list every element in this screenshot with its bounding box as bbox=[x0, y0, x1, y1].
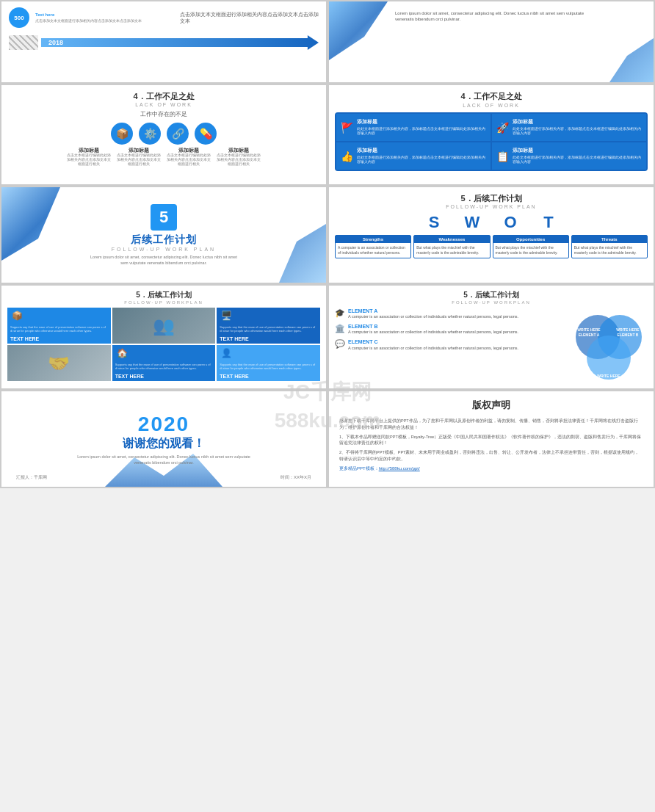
cell-3: 👍 添加标题 此处文本框面进行添加相关内容，添加标题点击文本框进行编辑此处添加相… bbox=[336, 142, 491, 170]
slide9-lorem: Lorem ipsum dolor sit amet, consectetur … bbox=[72, 454, 256, 465]
slide10-para1: 感谢您下载千库网平台上提供的PPT作品，为了您和千库网以及原创作者的利益，请勿复… bbox=[339, 418, 643, 431]
swot-header-1: Strengths bbox=[336, 236, 410, 243]
swot-t: T bbox=[530, 213, 567, 232]
label1: Text here bbox=[35, 12, 174, 18]
swot-header-3: Opportunities bbox=[493, 236, 568, 243]
icon-4: 💊 bbox=[195, 123, 217, 145]
photo-cell-3: 🖥️ Supports say that the ease of use of … bbox=[217, 308, 320, 344]
svg-text:WRITE HERE: WRITE HERE bbox=[616, 327, 640, 332]
photo-blue-2: 🖥️ Supports say that the ease of use of … bbox=[217, 308, 320, 344]
text-box-left: Text here 点击添加文本文框面进行添加相关内容点击添加文本点击添加文本 bbox=[35, 12, 174, 23]
text-here-5: TEXT HERE bbox=[115, 374, 144, 379]
lorem-text: Lorem ipsum dolor sit amet, consectetur … bbox=[395, 10, 602, 23]
element-b: 🏛️ ELEMENT B A computer is an associatio… bbox=[335, 323, 564, 335]
elements-list: 🎓 ELEMENT A A computer is an association… bbox=[335, 308, 564, 388]
bubble: 500 bbox=[9, 7, 29, 28]
icon-3: 🔗 bbox=[167, 123, 189, 145]
slide-6: 5．后续工作计划 FOLLOW-UP WORK PLAN S W O T Str… bbox=[329, 187, 654, 283]
crystal-br-5 bbox=[267, 224, 326, 283]
icon-box-1: 📦 bbox=[12, 311, 23, 321]
slide10-para3: 2、不得将千库网的PPT模板、PPT素材、未来用于商业或盈利，否则将违法，出售、… bbox=[339, 449, 643, 463]
swot-letters: S W O T bbox=[335, 213, 648, 232]
photo-cell-1: 📦 Supports say that the ease of use of p… bbox=[7, 308, 111, 344]
icon-person: 👤 bbox=[221, 348, 232, 358]
slide5-lorem: Lorem ipsum dolor sit amet, consectetur … bbox=[90, 255, 237, 266]
cell-icon-2: 🚀 bbox=[495, 122, 510, 134]
photo-cell-4: 🤝 bbox=[7, 345, 111, 381]
photo-blue-1: 📦 Supports say that the ease of use of p… bbox=[7, 308, 111, 344]
labels-row: 添加标题 点击文本框进行编辑此处添加相关内容点击添加文本文框面进行相关 添加标题… bbox=[7, 148, 320, 167]
swot-cols: Strengths A computer is an association o… bbox=[335, 235, 648, 258]
ppt-link[interactable]: http://588ku.com/ppt/ bbox=[379, 466, 420, 471]
slide4-grid: 🚩 添加标题 此处文本框面进行添加相关内容，添加标题点击文本框进行编辑此处添加相… bbox=[335, 112, 648, 171]
year-big: 2020 bbox=[138, 413, 189, 436]
author-label: 汇报人：千库网 bbox=[16, 474, 47, 481]
timeline-area: 500 Text here 点击添加文本文框面进行添加相关内容点击添加文本点击添… bbox=[9, 7, 319, 50]
cell-1: 🚩 添加标题 此处文本框面进行添加相关内容，添加标题点击文本框进行编辑此处添加相… bbox=[336, 114, 491, 141]
swot-body-4: But what plays the mischief with the mas… bbox=[572, 243, 647, 258]
icon-screen: 🖥️ bbox=[221, 311, 232, 321]
text-here-3: TEXT HERE bbox=[220, 336, 248, 341]
slide-4: 4．工作不足之处 LACK OF WORK 🚩 添加标题 此处文本框面进行添加相… bbox=[329, 85, 654, 184]
slide-1: 500 Text here 点击添加文本文框面进行添加相关内容点击添加文本点击添… bbox=[1, 1, 326, 82]
cell-text-2: 添加标题 此处文本框面进行添加相关内容，添加标题点击文本框进行编辑此处添加相关内… bbox=[513, 119, 643, 135]
slide7-title-cn: 5．后续工作计划 bbox=[7, 290, 320, 300]
slide3-subtitle: 工作中存在的不足 bbox=[7, 110, 320, 118]
slide6-title-en: FOLLOW-UP WORK PLAN bbox=[335, 204, 648, 209]
hatched-area bbox=[9, 35, 38, 50]
slide6-title-cn: 5．后续工作计划 bbox=[335, 193, 648, 204]
icon-label-4: 添加标题 点击文本框进行编辑此处添加相关内容点击添加文本文框面进行相关 bbox=[217, 148, 261, 167]
slide-8: 5．后续工作计划 FOLLOW-UP WORKPLAN 🎓 ELEMENT A … bbox=[329, 286, 654, 388]
icons-row: 📦 ⚙️ 🔗 💊 bbox=[7, 123, 320, 145]
svg-text:WRITE HERE: WRITE HERE bbox=[597, 374, 620, 378]
photo-cell-5: 🏠 Supports say that the ease of use of p… bbox=[112, 345, 216, 381]
year-text: 2018 bbox=[48, 39, 63, 46]
slide5-title-cn: 后续工作计划 bbox=[131, 233, 197, 247]
icon-label-2: 添加标题 点击文本框进行编辑此处添加相关内容点击添加文本文框面进行相关 bbox=[117, 148, 161, 167]
arrow-line: 2018 bbox=[41, 35, 319, 50]
icon-label-1: 添加标题 点击文本框进行编辑此处添加相关内容点击添加文本文框面进行相关 bbox=[67, 148, 111, 167]
date-label: 时间：XX年X月 bbox=[281, 474, 311, 481]
cell-icon-3: 👍 bbox=[339, 151, 354, 162]
text-sub-3: Supports say that the ease of use of pre… bbox=[220, 326, 317, 333]
slide10-para2: 1、下载本作品即赠送同款PPT模板，Royalty-Tree）正版受《中国人民共… bbox=[339, 434, 643, 447]
element-c: 💬 ELEMENT C A computer is an association… bbox=[335, 338, 564, 350]
slide3-title-en: LACK OF WORK bbox=[7, 102, 320, 107]
slide8-title-cn: 5．后续工作计划 bbox=[335, 290, 648, 300]
thanks-text: 谢谢您的观看！ bbox=[123, 436, 205, 452]
crystal-top-left bbox=[329, 1, 388, 60]
icon-2: ⚙️ bbox=[139, 123, 161, 145]
element-a: 🎓 ELEMENT A A computer is an association… bbox=[335, 308, 564, 319]
text-here-6: TEXT HERE bbox=[220, 374, 248, 379]
slide-10: 版权声明 感谢您下载千库网平台上提供的PPT作品，为了您和千库网以及原创作者的利… bbox=[329, 391, 654, 487]
swot-col-4: Threats But what plays the mischief with… bbox=[571, 235, 648, 258]
swot-header-4: Threats bbox=[572, 236, 647, 243]
bubble-text: 500 bbox=[14, 15, 23, 21]
content-row: 🎓 ELEMENT A A computer is an association… bbox=[335, 308, 648, 388]
top-row: 500 Text here 点击添加文本文框面进行添加相关内容点击添加文本点击添… bbox=[9, 7, 319, 28]
slide10-title: 版权声明 bbox=[339, 399, 643, 412]
venn-svg: WRITE HERE ELEMENT A WRITE HERE ELEMENT … bbox=[567, 308, 648, 388]
cell-text-1: 添加标题 此处文本框面进行添加相关内容，添加标题点击文本框进行编辑此处添加相关内… bbox=[357, 119, 488, 135]
crystal-tl-5 bbox=[1, 187, 75, 261]
slide-grid: 500 Text here 点击添加文本文框面进行添加相关内容点击添加文本点击添… bbox=[0, 0, 655, 488]
swot-body-2: But what plays the mischief with the mas… bbox=[414, 243, 489, 258]
footer-row: 汇报人：千库网 时间：XX年X月 bbox=[16, 474, 311, 481]
slide-3: 4．工作不足之处 LACK OF WORK 工作中存在的不足 📦 ⚙️ 🔗 💊 … bbox=[1, 85, 326, 184]
element-icon-a: 🎓 bbox=[335, 308, 345, 318]
crystal-bottom-right bbox=[609, 38, 654, 82]
icon-house: 🏠 bbox=[117, 348, 128, 358]
section-number: 5 bbox=[151, 204, 177, 231]
element-text-c: ELEMENT C A computer is an association o… bbox=[348, 338, 518, 350]
photo-hands-1: 🤝 bbox=[7, 345, 111, 381]
photo-cell-6: 👤 Supports say that the ease of use of p… bbox=[217, 345, 320, 381]
slide4-title-en: LACK OF WORK bbox=[335, 103, 648, 108]
svg-text:WRITE HERE: WRITE HERE bbox=[577, 327, 601, 332]
swot-o: O bbox=[492, 213, 529, 232]
icon-1: 📦 bbox=[111, 123, 133, 145]
svg-text:ELEMENT A: ELEMENT A bbox=[579, 333, 600, 337]
icon-label-3: 添加标题 点击文本框进行编辑此处添加相关内容点击添加文本文框面进行相关 bbox=[167, 148, 211, 167]
people-icon: 👥 bbox=[153, 316, 175, 336]
cell-text-3: 添加标题 此处文本框面进行添加相关内容，添加标题点击文本框进行编辑此处添加相关内… bbox=[357, 148, 488, 164]
right-text: 点击添加文本文框面进行添加相关内容点击添加文本点击添加文本 bbox=[180, 11, 319, 24]
